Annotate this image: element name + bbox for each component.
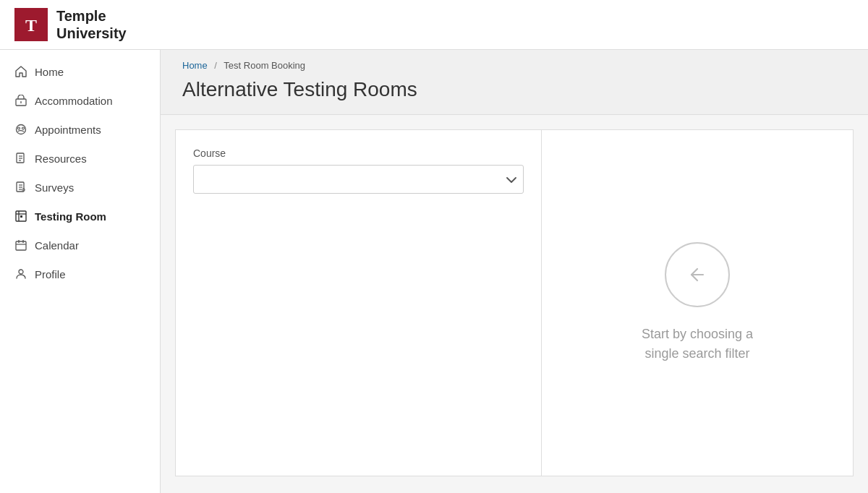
calendar-icon [14,239,27,252]
sidebar-item-appointments[interactable]: Appointments [0,115,160,144]
svg-rect-19 [20,215,22,218]
course-select-wrapper [193,165,524,194]
arrow-left-icon [665,242,730,307]
temple-t-logo: T [14,8,48,41]
main-content: Home / Test Room Booking Alternative Tes… [161,50,868,493]
resources-icon [14,152,27,165]
page-title: Alternative Testing Rooms [182,78,846,101]
sidebar-item-resources[interactable]: Resources [0,144,160,173]
sidebar-item-label: Resources [35,153,87,165]
course-label: Course [193,147,524,159]
sidebar-item-label: Accommodation [35,95,113,107]
sidebar: Home Accommodation Appointments Resource… [0,50,161,493]
sidebar-item-label: Profile [35,268,66,280]
university-name: Temple University [56,7,127,42]
sidebar-item-accommodation[interactable]: Accommodation [0,86,160,115]
svg-point-6 [22,127,25,129]
testing-room-icon [14,210,27,223]
surveys-icon [14,181,27,194]
course-select[interactable] [193,165,524,194]
right-panel: Start by choosing a single search filter [542,130,853,476]
breadcrumb-home[interactable]: Home [182,60,208,71]
sidebar-item-label: Surveys [35,181,74,194]
appointments-icon [14,123,27,136]
svg-rect-20 [16,241,26,250]
breadcrumb-separator: / [214,60,217,71]
sidebar-item-label: Calendar [35,239,79,252]
svg-text:T: T [25,16,37,35]
svg-point-24 [19,270,23,274]
sidebar-item-profile[interactable]: Profile [0,260,160,288]
sidebar-item-home[interactable]: Home [0,57,160,86]
svg-point-5 [18,127,20,129]
left-panel: Course [176,130,542,476]
home-icon [14,65,27,78]
header: T Temple University [0,0,868,50]
sidebar-item-testing-room[interactable]: Testing Room [0,202,160,231]
page-header: Home / Test Room Booking Alternative Tes… [161,50,868,115]
logo: T Temple University [14,7,127,42]
sidebar-item-label: Appointments [35,124,101,136]
hint-text: Start by choosing a single search filter [642,325,753,364]
content-area: Course [175,129,854,476]
sidebar-item-label: Testing Room [35,210,106,223]
sidebar-item-calendar[interactable]: Calendar [0,231,160,260]
breadcrumb: Home / Test Room Booking [182,60,846,71]
sidebar-item-surveys[interactable]: Surveys [0,173,160,202]
svg-point-4 [17,125,26,134]
profile-icon [14,267,27,280]
sidebar-item-label: Home [35,66,64,78]
accommodation-icon [14,94,27,107]
breadcrumb-current: Test Room Booking [224,60,305,71]
